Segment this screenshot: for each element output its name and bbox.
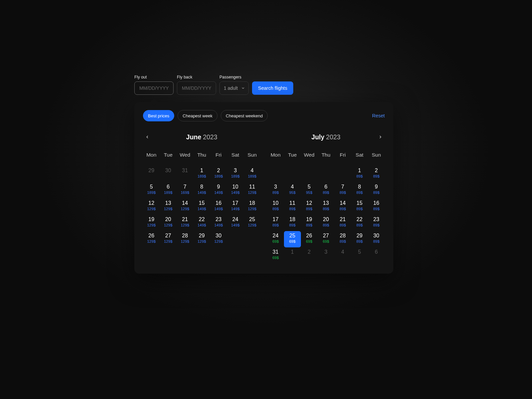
calendar-day[interactable]: 29129$ xyxy=(194,231,210,247)
calendar-day[interactable]: 1889$ xyxy=(284,215,301,231)
calendar-day[interactable]: 3189$ xyxy=(227,166,244,182)
calendar-day-number: 26 xyxy=(148,232,154,239)
calendar-day-price: 189$ xyxy=(164,190,173,195)
calendar-day[interactable]: 2889$ xyxy=(334,231,351,247)
calendar-day-number: 7 xyxy=(184,184,187,190)
calendar-day-price: 129$ xyxy=(147,223,156,227)
calendar-day-other-month: 4 xyxy=(334,247,351,264)
month-left-grid: MonTueWedThuFriSatSun2930311189$2189$318… xyxy=(143,152,261,247)
calendar-day[interactable]: 289$ xyxy=(368,166,385,182)
calendar-day-other-month: 2 xyxy=(301,247,318,264)
calendar-day-number: 4 xyxy=(341,249,344,255)
calendar-day[interactable]: 16149$ xyxy=(210,199,227,215)
calendar-day[interactable]: 2669$ xyxy=(301,231,318,247)
calendar-day-number: 3 xyxy=(325,249,328,255)
calendar-day[interactable]: 4189$ xyxy=(244,166,261,182)
calendar-day[interactable]: 6189$ xyxy=(160,182,177,199)
search-flights-button[interactable]: Search flights xyxy=(252,81,293,95)
calendar-day[interactable]: 30129$ xyxy=(210,231,227,247)
calendar-day[interactable]: 1389$ xyxy=(318,199,334,215)
calendar-day[interactable]: 13129$ xyxy=(160,199,177,215)
calendar-day[interactable]: 26129$ xyxy=(143,231,160,247)
calendar-day[interactable]: 1689$ xyxy=(368,199,385,215)
reset-link[interactable]: Reset xyxy=(372,113,385,118)
calendar-day[interactable]: 1189$ xyxy=(284,199,301,215)
day-of-week-header: Tue xyxy=(284,152,301,166)
chip-best-prices[interactable]: Best prices xyxy=(143,110,174,121)
calendar-day[interactable]: 1489$ xyxy=(334,199,351,215)
calendar-day[interactable]: 9149$ xyxy=(210,182,227,199)
calendar-day-number: 6 xyxy=(167,184,170,190)
calendar-day[interactable]: 2189$ xyxy=(334,215,351,231)
calendar-day-number: 27 xyxy=(323,232,329,239)
calendar-day[interactable]: 2989$ xyxy=(351,231,368,247)
calendar-day[interactable]: 2469$ xyxy=(267,231,284,247)
passengers-label: Passengers xyxy=(219,75,249,79)
calendar-day-number: 1 xyxy=(291,249,294,255)
calendar-day[interactable]: 28129$ xyxy=(177,231,194,247)
prev-month-button[interactable] xyxy=(143,133,152,141)
calendar-day[interactable]: 7169$ xyxy=(177,182,194,199)
calendar-day[interactable]: 595$ xyxy=(301,182,318,199)
calendar-day-number: 2 xyxy=(375,167,378,174)
calendar-day[interactable]: 14129$ xyxy=(177,199,194,215)
next-month-button[interactable] xyxy=(376,133,385,141)
calendar-day[interactable]: 2769$ xyxy=(318,231,334,247)
calendar-day[interactable]: 2569$ xyxy=(284,231,301,247)
chip-cheapest-week[interactable]: Cheapest week xyxy=(178,110,217,121)
calendar-day-number: 19 xyxy=(148,216,154,223)
calendar-day[interactable]: 2189$ xyxy=(210,166,227,182)
calendar-day[interactable]: 23149$ xyxy=(210,215,227,231)
calendar-day-price: 89$ xyxy=(339,190,346,195)
calendar-day[interactable]: 18129$ xyxy=(244,199,261,215)
fly-back-input-wrapper[interactable] xyxy=(177,81,216,95)
calendar-blank xyxy=(267,166,284,182)
calendar-day[interactable]: 2389$ xyxy=(368,215,385,231)
calendar-day[interactable]: 789$ xyxy=(334,182,351,199)
calendar-day[interactable]: 11129$ xyxy=(244,182,261,199)
calendar-day[interactable]: 21129$ xyxy=(177,215,194,231)
calendar-day[interactable]: 27129$ xyxy=(160,231,177,247)
calendar-day-number: 20 xyxy=(323,216,329,223)
calendar-day[interactable]: 12129$ xyxy=(143,199,160,215)
chip-cheapest-weekend[interactable]: Cheapest weekend xyxy=(221,110,268,121)
calendar-day[interactable]: 689$ xyxy=(318,182,334,199)
calendar-day-number: 31 xyxy=(273,249,279,255)
calendar-day[interactable]: 20129$ xyxy=(160,215,177,231)
fly-out-input[interactable] xyxy=(139,85,169,91)
calendar-day-number: 14 xyxy=(340,200,346,206)
calendar-day[interactable]: 19129$ xyxy=(143,215,160,231)
calendar-day-price: 189$ xyxy=(147,190,156,195)
calendar-day[interactable]: 17149$ xyxy=(227,199,244,215)
calendar-day[interactable]: 25129$ xyxy=(244,215,261,231)
calendar-day[interactable]: 2089$ xyxy=(318,215,334,231)
calendar-day-number: 2 xyxy=(308,249,311,255)
calendar-day[interactable]: 889$ xyxy=(351,182,368,199)
calendar-day[interactable]: 495$ xyxy=(284,182,301,199)
calendar-day-number: 28 xyxy=(182,232,188,239)
calendar-day-number: 1 xyxy=(358,167,361,174)
calendar-day[interactable]: 1789$ xyxy=(267,215,284,231)
calendar-day[interactable]: 2289$ xyxy=(351,215,368,231)
calendar-day[interactable]: 15149$ xyxy=(194,199,210,215)
calendar-day[interactable]: 22149$ xyxy=(194,215,210,231)
calendar-day[interactable]: 1589$ xyxy=(351,199,368,215)
fly-back-input[interactable] xyxy=(181,85,212,91)
calendar-day[interactable]: 1289$ xyxy=(301,199,318,215)
calendar-day[interactable]: 989$ xyxy=(368,182,385,199)
calendar-day[interactable]: 1089$ xyxy=(267,199,284,215)
calendar-day[interactable]: 3169$ xyxy=(267,247,284,264)
calendar-day[interactable]: 10149$ xyxy=(227,182,244,199)
calendar-day[interactable]: 1189$ xyxy=(194,166,210,182)
calendar-day[interactable]: 1989$ xyxy=(301,215,318,231)
calendar-day[interactable]: 189$ xyxy=(351,166,368,182)
fly-out-input-wrapper[interactable] xyxy=(134,81,174,95)
calendar-day[interactable]: 389$ xyxy=(267,182,284,199)
passengers-select[interactable]: 1 adult xyxy=(219,81,249,95)
calendar-day[interactable]: 24149$ xyxy=(227,215,244,231)
calendar-day[interactable]: 5189$ xyxy=(143,182,160,199)
calendar-day[interactable]: 8149$ xyxy=(194,182,210,199)
calendar-day[interactable]: 3089$ xyxy=(368,231,385,247)
calendar-day-price: 149$ xyxy=(198,223,206,227)
calendar-day-price: 129$ xyxy=(181,206,189,211)
